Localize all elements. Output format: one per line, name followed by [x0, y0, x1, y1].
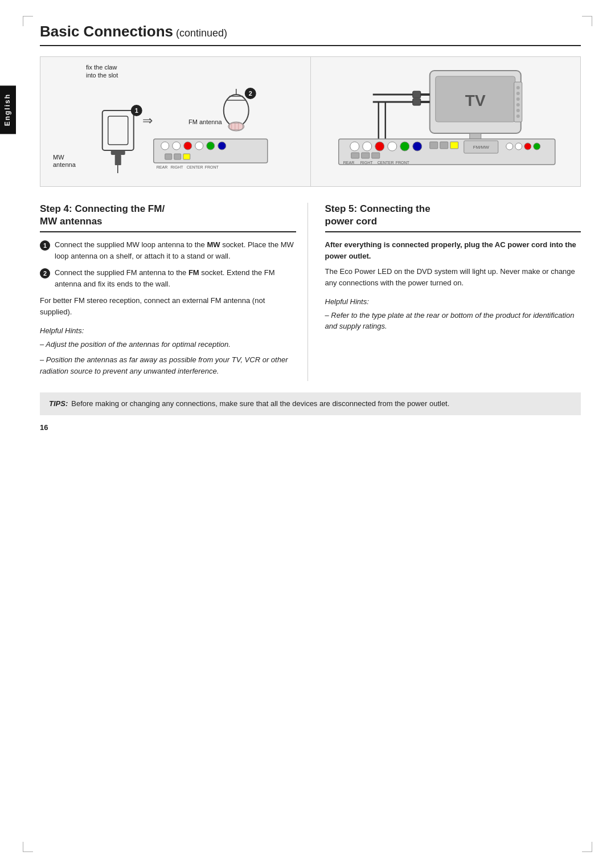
- svg-point-68: [533, 143, 540, 150]
- svg-point-65: [506, 143, 512, 150]
- fm-antenna-label: FM antenna: [188, 118, 222, 125]
- step5-title-line2: power cord: [325, 216, 378, 227]
- step4-num2: 2: [40, 268, 50, 279]
- svg-point-11: [184, 142, 192, 150]
- step4-text1: Connect the supplied MW loop antenna to …: [55, 239, 296, 261]
- diagram-left: fix the claw into the slot FM antenna MW…: [40, 57, 311, 186]
- svg-point-40: [516, 92, 519, 95]
- step4-num1: 1: [40, 240, 50, 251]
- fix-claw-label: fix the claw: [86, 64, 117, 71]
- title-continued: (continued): [173, 27, 227, 39]
- svg-point-13: [207, 142, 215, 150]
- step5-title-line1: Step 5: Connecting the: [325, 203, 430, 214]
- svg-rect-61: [440, 142, 448, 149]
- svg-text:CENTER: CENTER: [377, 161, 393, 165]
- step5-title: Step 5: Connecting the power cord: [325, 203, 581, 232]
- mw-antenna-label: MW: [53, 154, 64, 161]
- svg-text:⇒: ⇒: [142, 113, 153, 128]
- svg-point-59: [412, 142, 421, 151]
- svg-rect-3: [115, 155, 121, 165]
- svg-point-56: [375, 142, 384, 151]
- svg-text:2: 2: [249, 90, 252, 97]
- svg-point-41: [516, 97, 519, 101]
- svg-rect-60: [429, 142, 437, 149]
- svg-text:RIGHT: RIGHT: [360, 161, 373, 165]
- svg-point-10: [173, 142, 181, 150]
- title-main: Basic Connections: [40, 23, 173, 40]
- step5-hints-title: Helpful Hints:: [325, 296, 581, 308]
- step4-extra: For better FM stereo reception, connect …: [40, 295, 296, 317]
- svg-rect-48: [412, 99, 420, 105]
- tips-label: TIPS:: [49, 398, 68, 410]
- step5-body-para: The Eco Power LED on the DVD system will…: [325, 266, 581, 288]
- step4-section: Step 4: Connecting the FM/ MW antennas 1…: [40, 203, 308, 381]
- svg-point-55: [362, 142, 371, 151]
- svg-point-44: [516, 114, 519, 118]
- svg-point-39: [516, 86, 519, 89]
- left-diagram-svg: 1 ⇒: [48, 65, 305, 179]
- svg-point-12: [195, 142, 203, 150]
- svg-rect-62: [450, 142, 458, 149]
- svg-point-42: [516, 103, 519, 107]
- svg-point-66: [515, 143, 522, 150]
- svg-rect-16: [174, 154, 181, 159]
- step5-bold-para: After everything is connected properly, …: [325, 239, 581, 261]
- svg-text:FRONT: FRONT: [205, 165, 219, 169]
- step4-body: 1 Connect the supplied MW loop antenna t…: [40, 239, 296, 376]
- svg-text:FRONT: FRONT: [395, 161, 409, 165]
- step5-hint-line1: – Refer to the type plate at the rear or…: [325, 310, 581, 332]
- svg-text:REAR: REAR: [157, 165, 167, 169]
- step4-hint-line1: – Adjust the position of the antennas fo…: [40, 339, 296, 350]
- tips-bar: TIPS: Before making or changing any conn…: [40, 392, 581, 415]
- into-slot-label: into the slot: [86, 72, 118, 79]
- english-tab: English: [0, 85, 16, 134]
- svg-text:REAR: REAR: [343, 161, 354, 165]
- step5-body: After everything is connected properly, …: [325, 239, 581, 332]
- svg-text:FM/MW: FM/MW: [473, 145, 489, 150]
- svg-rect-70: [361, 153, 369, 158]
- svg-text:CENTER: CENTER: [187, 165, 203, 169]
- svg-point-14: [218, 142, 226, 150]
- right-diagram-svg: TV: [319, 65, 575, 179]
- step4-hints-title: Helpful Hints:: [40, 325, 296, 337]
- svg-rect-71: [371, 153, 379, 158]
- step5-section: Step 5: Connecting the power cord After …: [325, 203, 581, 381]
- step4-item1: 1 Connect the supplied MW loop antenna t…: [40, 239, 296, 261]
- tips-text: Before making or changing any connection…: [71, 398, 449, 410]
- diagram-right: TV: [311, 57, 581, 186]
- svg-text:RIGHT: RIGHT: [171, 165, 184, 169]
- step4-title: Step 4: Connecting the FM/ MW antennas: [40, 203, 296, 232]
- svg-text:TV: TV: [465, 92, 485, 109]
- svg-rect-47: [412, 91, 420, 98]
- step4-hint-line2: – Position the antennas as far away as p…: [40, 354, 296, 376]
- svg-text:1: 1: [135, 107, 138, 114]
- diagram-area: fix the claw into the slot FM antenna MW…: [40, 56, 581, 187]
- svg-point-58: [400, 142, 409, 151]
- svg-rect-17: [183, 154, 190, 159]
- svg-rect-15: [165, 154, 172, 159]
- svg-rect-2: [111, 150, 125, 155]
- page-title: Basic Connections (continued): [40, 23, 581, 46]
- step5-hints: Helpful Hints: – Refer to the type plate…: [325, 296, 581, 332]
- steps-area: Step 4: Connecting the FM/ MW antennas 1…: [40, 203, 581, 381]
- step4-hints: Helpful Hints: – Adjust the position of …: [40, 325, 296, 376]
- svg-point-67: [524, 143, 531, 150]
- step4-title-line2: MW antennas: [40, 216, 102, 227]
- step4-title-line1: Step 4: Connecting the FM/: [40, 203, 165, 214]
- svg-rect-1: [108, 116, 128, 145]
- svg-point-54: [350, 142, 359, 151]
- svg-rect-69: [351, 153, 359, 158]
- page-number: 16: [40, 423, 581, 432]
- svg-point-57: [387, 142, 396, 151]
- step4-text2: Connect the supplied FM antenna to the F…: [55, 267, 296, 289]
- mw-antenna-label2: antenna: [53, 161, 76, 168]
- svg-point-43: [516, 109, 519, 112]
- svg-point-9: [161, 142, 169, 150]
- step4-item2: 2 Connect the supplied FM antenna to the…: [40, 267, 296, 289]
